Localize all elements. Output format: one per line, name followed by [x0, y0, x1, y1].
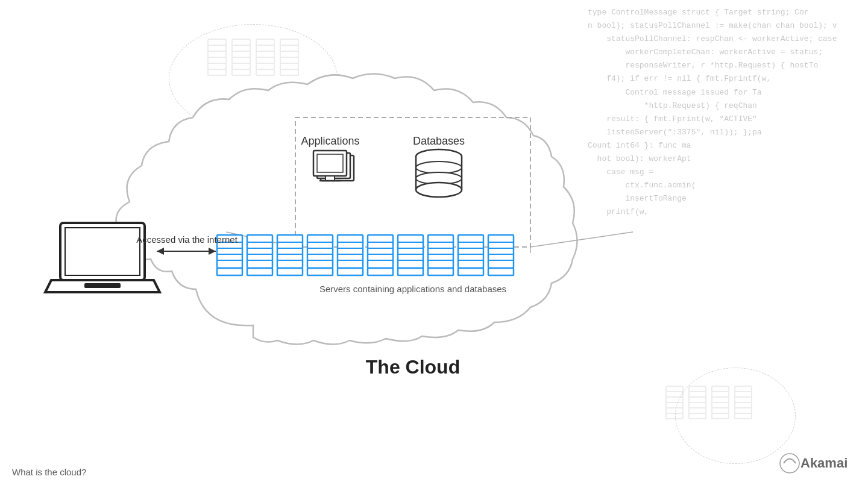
svg-rect-30: [689, 386, 706, 413]
svg-rect-55: [317, 154, 343, 172]
bg-servers-bottom-right: [663, 383, 760, 440]
svg-rect-127: [84, 283, 121, 288]
svg-rect-112: [428, 268, 453, 275]
svg-text:Akamai: Akamai: [800, 455, 848, 471]
svg-rect-107: [428, 235, 453, 268]
svg-rect-71: [247, 235, 272, 268]
svg-rect-118: [458, 268, 483, 275]
accessed-label: Accessed via the internet: [136, 234, 237, 245]
svg-rect-24: [666, 386, 683, 413]
svg-rect-82: [277, 268, 303, 275]
svg-rect-36: [712, 386, 729, 413]
svg-rect-119: [488, 235, 514, 268]
cloud-title: The Cloud: [366, 356, 460, 378]
applications-label: Applications: [301, 135, 359, 147]
svg-rect-41: [712, 413, 729, 419]
svg-rect-83: [307, 235, 333, 268]
main-diagram: Applications Databases: [0, 0, 663, 488]
svg-rect-29: [666, 413, 683, 419]
svg-rect-89: [338, 235, 363, 268]
svg-rect-76: [247, 268, 272, 275]
svg-rect-100: [368, 268, 393, 275]
servers-label: Servers containing applications and data…: [319, 284, 506, 294]
svg-rect-126: [65, 228, 140, 275]
svg-rect-35: [689, 413, 706, 419]
svg-rect-124: [488, 268, 514, 275]
applications-icon: [313, 151, 354, 181]
svg-rect-88: [307, 268, 333, 275]
page-label: What is the cloud?: [12, 467, 86, 477]
svg-rect-94: [338, 268, 363, 275]
svg-rect-95: [368, 235, 393, 268]
svg-rect-101: [398, 235, 423, 268]
svg-rect-47: [735, 413, 752, 419]
svg-rect-113: [458, 235, 483, 268]
svg-rect-42: [735, 386, 752, 413]
svg-rect-70: [217, 268, 242, 275]
database-icon: [416, 149, 462, 197]
laptop-icon: [45, 223, 160, 292]
svg-rect-106: [398, 268, 423, 275]
svg-rect-77: [277, 235, 303, 268]
databases-label: Databases: [413, 135, 465, 147]
bottom-page-label-text: What is the cloud?: [12, 467, 86, 477]
svg-point-131: [780, 454, 799, 473]
akamai-logo: Akamai: [778, 448, 850, 481]
cloud-shape: [116, 74, 577, 345]
svg-point-64: [416, 183, 462, 197]
